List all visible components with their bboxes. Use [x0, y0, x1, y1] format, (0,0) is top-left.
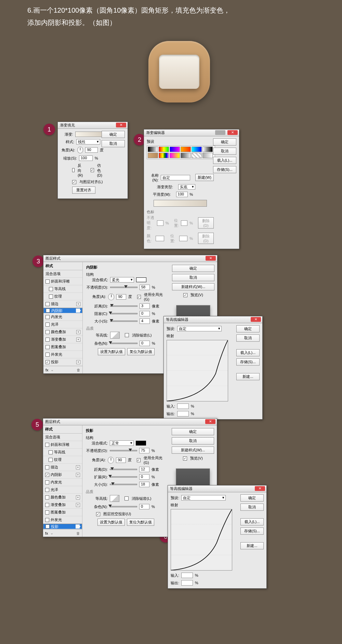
ls-item-checkbox[interactable] — [49, 287, 53, 291]
new-button[interactable]: 新建... — [240, 542, 264, 549]
ok-button[interactable]: 确定 — [172, 428, 214, 435]
ls-item-checkbox[interactable] — [45, 279, 50, 284]
angle-dial[interactable] — [108, 293, 114, 300]
gtype-select[interactable]: 实底 — [178, 184, 195, 190]
ls-drop-titlebar[interactable]: 图层样式 ✕ — [43, 419, 217, 425]
plus-icon[interactable]: + — [76, 503, 80, 507]
plus-icon[interactable]: + — [76, 495, 80, 499]
set-default-button[interactable]: 设置为默认值 — [98, 348, 125, 355]
ls-item-checkbox[interactable] — [45, 510, 49, 515]
save-button[interactable]: 存储(S)... — [213, 166, 236, 173]
delete-button-2[interactable]: 删除(D) — [198, 233, 214, 244]
set-default-button[interactable]: 设置为默认值 — [97, 519, 125, 526]
ls-item[interactable]: 投影+ — [43, 524, 82, 529]
spread-input[interactable]: 0 — [139, 474, 149, 480]
opacity-slider[interactable] — [110, 287, 137, 288]
opacity-input[interactable]: 75 — [139, 448, 149, 453]
noise-input[interactable]: 0 — [140, 341, 150, 346]
plus-icon[interactable]: + — [76, 309, 80, 313]
ls-item-checkbox[interactable] — [45, 315, 50, 319]
load-button[interactable]: 载入(L)... — [236, 349, 260, 356]
preset-select[interactable]: 自定 — [177, 326, 222, 331]
input-value[interactable] — [177, 403, 189, 409]
plus-icon[interactable]: + — [76, 302, 80, 306]
distance-input[interactable]: 12 — [139, 467, 149, 472]
knockout-checkbox[interactable] — [96, 512, 100, 516]
stop-color-input[interactable] — [156, 236, 164, 241]
ls-item[interactable]: 外发光 — [43, 351, 82, 358]
scale-input[interactable]: 100 — [79, 155, 93, 161]
ls-item-checkbox[interactable] — [45, 465, 49, 469]
save-button[interactable]: 存储(S)... — [240, 527, 264, 535]
ls-item-checkbox[interactable] — [49, 450, 53, 454]
contour-graph[interactable] — [167, 340, 228, 401]
ls-item[interactable]: 内发光 — [43, 313, 82, 321]
global-light-checkbox[interactable] — [137, 295, 141, 299]
ls-item[interactable]: 等高线 — [43, 285, 82, 293]
preset-select[interactable]: 自定 — [181, 495, 226, 501]
ls-item-checkbox[interactable] — [45, 518, 49, 522]
noise-slider[interactable] — [110, 506, 137, 507]
ls-item[interactable]: 斜面和浮雕 — [43, 441, 82, 449]
ls-item[interactable]: 等高线 — [43, 449, 82, 456]
ls-item-checkbox[interactable] — [45, 524, 50, 529]
new-button[interactable]: 新建... — [236, 373, 260, 380]
output-value[interactable] — [181, 580, 193, 586]
plus-icon[interactable]: + — [76, 360, 80, 364]
gradient-bar[interactable] — [154, 200, 207, 207]
close-icon[interactable]: ✕ — [205, 419, 215, 424]
gradient-fill-titlebar[interactable]: 渐变填充 ✕ — [58, 122, 128, 129]
ls-item[interactable]: 内阴影+ — [43, 471, 82, 479]
plus-icon[interactable]: + — [76, 338, 80, 342]
ls-item-checkbox[interactable] — [45, 443, 49, 447]
contour1-titlebar[interactable]: 等高线编辑器 ✕ — [164, 316, 262, 323]
ls-item[interactable]: 纹理 — [43, 293, 82, 300]
align-checkbox[interactable] — [72, 180, 76, 184]
ls-item-checkbox[interactable] — [45, 345, 50, 349]
ls-item-checkbox[interactable] — [49, 294, 53, 299]
antialias-checkbox[interactable] — [124, 496, 129, 501]
size-slider[interactable] — [110, 320, 137, 322]
choke-slider[interactable] — [110, 313, 137, 314]
minimize-icon[interactable] — [215, 130, 225, 135]
ls-item[interactable]: 投影+ — [43, 358, 82, 366]
ls-item-checkbox[interactable] — [45, 503, 49, 507]
ls-item[interactable]: 渐变叠加+ — [43, 336, 82, 343]
contour-graph[interactable] — [171, 509, 232, 571]
size-slider[interactable] — [110, 484, 137, 485]
opacity-input[interactable]: 58 — [140, 285, 150, 290]
ls-item[interactable]: 内发光 — [43, 479, 82, 486]
plus-icon[interactable]: + — [76, 330, 80, 334]
ok-button[interactable]: 确定 — [240, 494, 264, 502]
contour2-titlebar[interactable]: 等高线编辑器 ✕ — [168, 485, 266, 492]
distance-slider[interactable] — [110, 305, 137, 307]
angle-input[interactable]: 90 — [116, 294, 126, 300]
input-value[interactable] — [181, 573, 193, 578]
cancel-button[interactable]: 取消 — [213, 148, 236, 155]
size-input[interactable]: 4 — [140, 318, 150, 324]
ls-item[interactable]: 光泽 — [43, 486, 82, 494]
ls-item-blend[interactable]: 混合选项 — [43, 434, 82, 441]
output-value[interactable] — [177, 411, 189, 416]
choke-input[interactable]: 0 — [140, 311, 150, 316]
load-button[interactable]: 载入(L)... — [240, 518, 264, 525]
ls-item-checkbox[interactable] — [45, 488, 49, 492]
ls-item[interactable]: 光泽 — [43, 321, 82, 328]
new-style-button[interactable]: 新建样式(W)... — [172, 283, 214, 290]
ls-sidebar-footer[interactable]: fx⌄🗑 — [43, 529, 82, 537]
blend-select[interactable]: 正常 — [110, 440, 134, 446]
spread-slider[interactable] — [110, 476, 137, 478]
reverse-checkbox[interactable] — [72, 168, 75, 172]
angle-input[interactable]: 90 — [85, 147, 98, 153]
stop-pos-input[interactable] — [181, 220, 187, 226]
save-button[interactable]: 存储(S)... — [236, 358, 260, 366]
ls-item-blend[interactable]: 混合选项 — [43, 270, 82, 278]
ls-item[interactable]: 颜色叠加+ — [43, 328, 82, 336]
load-button[interactable]: 载入(L)... — [213, 157, 236, 164]
ok-button[interactable]: 确定 — [172, 265, 214, 272]
new-button[interactable]: 新建(W) — [195, 174, 214, 181]
ls-item-checkbox[interactable] — [45, 353, 50, 357]
blend-color-swatch[interactable] — [136, 277, 146, 282]
name-input[interactable]: 自定 — [161, 175, 190, 180]
cancel-button[interactable]: 取消 — [236, 334, 260, 342]
